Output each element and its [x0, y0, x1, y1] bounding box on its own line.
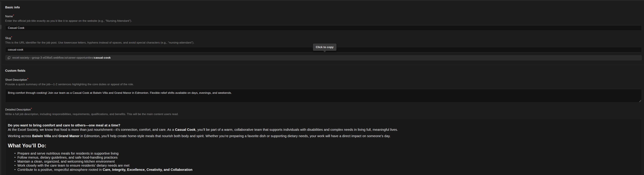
section-title-custom-fields: Custom fields	[5, 69, 642, 73]
textarea-resize-handle[interactable]	[639, 100, 641, 102]
published-url-slug: casual-cook	[94, 56, 110, 59]
rich-text-editor[interactable]: Do you want to bring comfort and care to…	[5, 119, 642, 175]
name-field-help: Enter the official job title exactly as …	[5, 19, 642, 23]
short-description-help: Provide a quick summary of the job—1-2 s…	[5, 83, 642, 86]
short-description-textarea[interactable]: Bring comfort through cooking! Join our …	[5, 89, 642, 103]
tooltip-label: Click to copy	[316, 45, 334, 49]
name-field-label: Name*	[5, 13, 642, 18]
top-edge-panel	[0, 0, 644, 1]
detailed-description-required-asterisk: *	[31, 107, 32, 110]
section-title-basic-info: Basic info	[5, 5, 642, 9]
richtext-intro-bold-line: Do you want to bring comfort and care to…	[8, 123, 120, 127]
richtext-paragraph-locations: Working across Balwin Villa and Grand Ma…	[8, 134, 639, 138]
slug-field-label: Slug*	[5, 35, 642, 40]
list-item: Prepare and serve nutritious meals for r…	[18, 151, 639, 156]
slug-url-copy-row[interactable]: excel-society---group-3-e036a5.webflow.i…	[5, 55, 642, 60]
richtext-paragraph-intro: Do you want to bring comfort and care to…	[8, 123, 639, 132]
name-input[interactable]	[5, 25, 642, 31]
richtext-heading-what-youll-do: What You’ll Do:	[8, 143, 639, 149]
richtext-bullet-list: Prepare and serve nutritious meals for r…	[8, 151, 639, 172]
slug-required-asterisk: *	[11, 36, 12, 38]
list-item: Maintain a clean, organized, and welcomi…	[18, 160, 639, 164]
list-item: Work closely with the care team to ensur…	[18, 164, 639, 168]
short-description-required-asterisk: *	[27, 77, 28, 80]
click-to-copy-tooltip: Click to copy	[313, 43, 336, 51]
left-edge-panel	[0, 1, 2, 175]
detailed-description-label: Detailed Description*	[5, 107, 642, 112]
left-scrollbar-thumb[interactable]	[0, 25, 2, 29]
cms-item-editor-panel: Basic info Name* Enter the official job …	[2, 1, 644, 175]
copy-icon	[8, 56, 10, 59]
short-description-label: Short Description*	[5, 77, 642, 82]
name-required-asterisk: *	[13, 14, 14, 17]
section-divider	[2, 65, 644, 65]
published-url: excel-society---group-3-e036a5.webflow.i…	[12, 56, 111, 59]
list-item: Contribute to a positive, respectful atm…	[18, 168, 639, 172]
detailed-description-help: Write a full job description, including …	[5, 112, 642, 116]
list-item: Follow menus, dietary guidelines, and sa…	[18, 156, 639, 160]
